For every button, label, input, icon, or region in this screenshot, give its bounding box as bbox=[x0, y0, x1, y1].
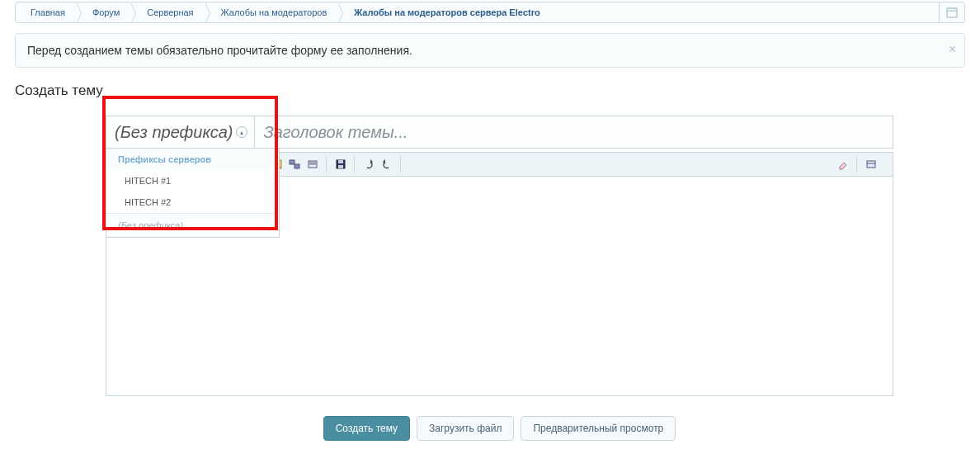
calendar-icon[interactable] bbox=[939, 2, 964, 22]
preview-button[interactable]: Предварительный просмотр bbox=[521, 416, 676, 441]
svg-rect-43 bbox=[867, 161, 875, 168]
eraser-icon[interactable] bbox=[835, 156, 851, 173]
svg-rect-39 bbox=[338, 165, 343, 168]
close-icon[interactable]: × bbox=[949, 42, 956, 57]
prefix-option[interactable]: HITECH #1 bbox=[106, 170, 279, 191]
save-icon[interactable] bbox=[332, 156, 349, 173]
submit-button[interactable]: Создать тему bbox=[323, 416, 410, 441]
media-icon[interactable] bbox=[286, 156, 303, 173]
source-icon[interactable] bbox=[863, 156, 879, 173]
svg-rect-0 bbox=[947, 8, 957, 17]
crumb-complaints[interactable]: Жалобы на модераторов bbox=[206, 2, 340, 22]
prefix-default-option[interactable]: (Без префикса) bbox=[106, 213, 279, 237]
crumb-forum[interactable]: Форум bbox=[78, 2, 132, 22]
page-title: Создать тему bbox=[15, 83, 965, 99]
crumb-home[interactable]: Главная bbox=[16, 2, 78, 22]
notice-text: Перед созданием темы обязательно прочита… bbox=[27, 44, 412, 57]
title-row: (Без префикса) ▴ Префиксы серверов HITEC… bbox=[106, 116, 893, 149]
prefix-dropdown: Префиксы серверов HITECH #1 HITECH #2 (Б… bbox=[106, 148, 280, 238]
upload-button[interactable]: Загрузить файл bbox=[417, 416, 514, 441]
notice-box: Перед созданием темы обязательно прочита… bbox=[15, 33, 965, 68]
topic-title-input[interactable] bbox=[255, 116, 893, 148]
prefix-selected-label: (Без префикса) bbox=[115, 123, 233, 142]
redo-icon[interactable] bbox=[379, 156, 395, 173]
crumb-current: Жалобы на модераторов сервера Electro bbox=[339, 2, 552, 22]
chevron-up-icon: ▴ bbox=[236, 126, 247, 138]
quote-icon[interactable] bbox=[304, 156, 321, 173]
prefix-group-header: Префиксы серверов bbox=[106, 149, 279, 170]
svg-rect-32 bbox=[290, 160, 294, 164]
prefix-option[interactable]: HITECH #2 bbox=[106, 191, 279, 213]
svg-rect-33 bbox=[294, 164, 299, 168]
undo-icon[interactable] bbox=[360, 156, 377, 173]
breadcrumb: Главная Форум Серверная Жалобы на модера… bbox=[15, 2, 965, 23]
svg-rect-38 bbox=[338, 160, 343, 163]
prefix-selector[interactable]: (Без префикса) ▴ bbox=[106, 116, 255, 148]
crumb-server[interactable]: Серверная bbox=[132, 2, 205, 22]
svg-marker-42 bbox=[840, 163, 846, 169]
action-buttons: Создать тему Загрузить файл Предваритель… bbox=[106, 416, 893, 441]
